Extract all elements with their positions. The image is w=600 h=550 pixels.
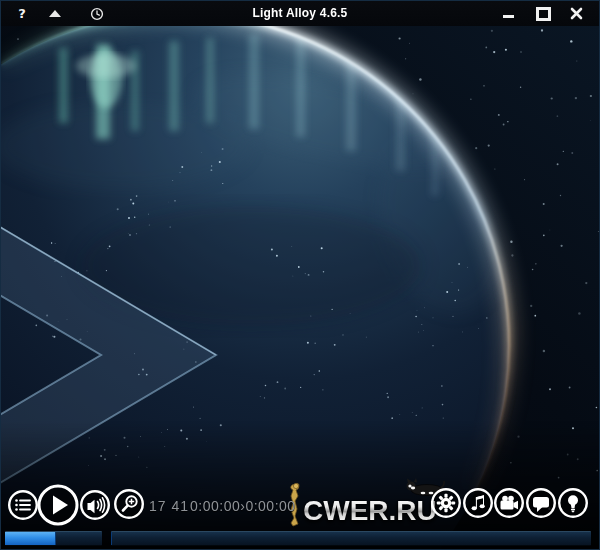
volume-fill <box>5 532 56 545</box>
seek-bar[interactable] <box>111 531 591 546</box>
close-icon <box>570 7 583 20</box>
app-window: ? Light Alloy 4.6.5 <box>0 0 600 550</box>
volume-bar[interactable] <box>5 531 102 546</box>
playlist-button[interactable] <box>7 489 39 525</box>
settings-button[interactable] <box>430 487 462 523</box>
lightbulb-icon <box>557 487 589 519</box>
video-area[interactable] <box>1 26 600 550</box>
maximize-button[interactable] <box>534 1 552 26</box>
caret-up-icon <box>49 10 61 17</box>
minimize-icon <box>503 15 514 18</box>
system-clock: 17 41 <box>149 498 189 514</box>
lightbulb-button[interactable] <box>557 487 589 523</box>
title-bar[interactable]: ? Light Alloy 4.6.5 <box>1 1 599 26</box>
volume-icon <box>79 489 111 521</box>
playlist-icon <box>7 489 39 521</box>
music-note-icon <box>462 487 494 519</box>
time-display: 0:00:00›0:00:00 <box>190 498 296 514</box>
magnifier-plus-icon <box>113 488 145 520</box>
clock-icon[interactable] <box>88 1 106 26</box>
help-icon[interactable]: ? <box>13 1 31 26</box>
time-position: 0:00:00 <box>190 498 240 514</box>
close-button[interactable] <box>567 1 585 26</box>
zoom-preview-button[interactable] <box>113 488 145 524</box>
video-options-button[interactable] <box>493 487 525 523</box>
subtitles-button[interactable] <box>525 487 557 523</box>
seek-fill <box>111 532 112 545</box>
gear-icon <box>430 487 462 519</box>
speech-bubble-icon <box>525 487 557 519</box>
video-camera-icon <box>493 487 525 519</box>
clock-glyph <box>90 7 104 21</box>
play-icon <box>36 483 80 527</box>
time-duration: 0:00:00 <box>245 498 295 514</box>
play-button[interactable] <box>36 483 80 531</box>
maximize-icon <box>536 7 551 21</box>
volume-button[interactable] <box>79 489 111 525</box>
audio-tracks-button[interactable] <box>462 487 494 523</box>
minimize-button[interactable] <box>499 1 517 26</box>
collapse-icon[interactable] <box>46 1 64 26</box>
